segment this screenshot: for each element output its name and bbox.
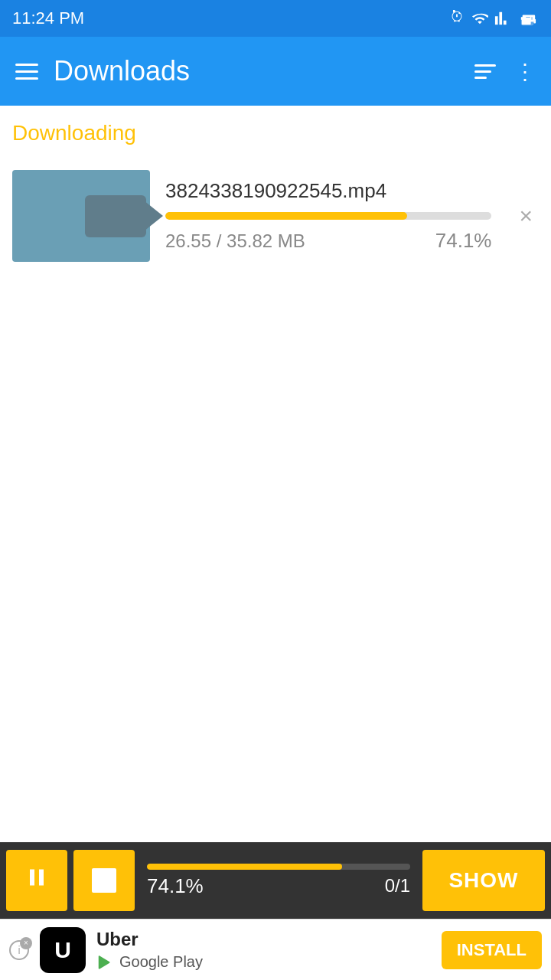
ad-info-icon[interactable]: i ×: [9, 940, 29, 960]
alarm-icon: [448, 10, 465, 27]
show-label: SHOW: [448, 868, 518, 893]
install-button[interactable]: INSTALL: [442, 931, 542, 969]
app-bar-actions: ⋮: [474, 59, 536, 84]
progress-percent: 74.1%: [435, 229, 492, 253]
main-content: Downloading 3824338190922545.mp4 26.55 /…: [0, 106, 551, 842]
bottom-progress-container: 74.1% 0/1: [141, 864, 416, 898]
ad-banner: i × U Uber Google Play INSTALL: [0, 919, 551, 980]
stop-button[interactable]: [73, 850, 135, 911]
pause-icon: [23, 864, 51, 898]
video-thumbnail[interactable]: [12, 170, 150, 262]
page-title: Downloads: [54, 55, 459, 87]
app-bar: Downloads ⋮: [0, 37, 551, 106]
uber-logo: U: [40, 927, 86, 973]
wifi-icon: [471, 10, 488, 27]
file-size-label: 26.55 / 35.82 MB: [165, 230, 305, 252]
ad-app-name: Uber: [96, 929, 431, 950]
bottom-count: 0/1: [385, 875, 410, 897]
stop-icon: [92, 868, 116, 893]
cancel-button[interactable]: ×: [513, 197, 539, 235]
bottom-bar: 74.1% 0/1 SHOW: [0, 842, 551, 919]
svg-rect-1: [522, 18, 531, 24]
download-stats: 26.55 / 35.82 MB 74.1%: [165, 229, 491, 253]
ad-store-row: Google Play: [96, 953, 431, 971]
download-info: 3824338190922545.mp4 26.55 / 35.82 MB 74…: [165, 179, 491, 253]
status-time: 11:24 PM: [12, 8, 84, 28]
download-item: 3824338190922545.mp4 26.55 / 35.82 MB 74…: [12, 164, 539, 268]
google-play-label: Google Play: [119, 953, 203, 971]
show-button[interactable]: SHOW: [422, 850, 545, 911]
ad-text-block: Uber Google Play: [96, 929, 431, 971]
bottom-stats: 74.1% 0/1: [147, 874, 410, 898]
status-bar: 11:24 PM: [0, 0, 551, 37]
progress-bar: [165, 212, 491, 220]
section-header: Downloading: [12, 121, 539, 145]
status-icons: [448, 10, 539, 27]
pause-button[interactable]: [6, 850, 67, 911]
filter-button[interactable]: [474, 64, 496, 79]
google-play-icon: [96, 954, 113, 971]
uber-icon: U: [54, 937, 71, 963]
svg-rect-2: [533, 19, 536, 23]
bottom-progress-bar: [147, 864, 410, 870]
bottom-progress-fill: [147, 864, 342, 870]
bottom-percent: 74.1%: [147, 874, 204, 898]
signal-icon: [494, 10, 511, 27]
progress-bar-fill: [165, 212, 407, 220]
camera-icon: [85, 195, 146, 237]
file-name: 3824338190922545.mp4: [165, 179, 491, 203]
ad-close-button[interactable]: ×: [20, 937, 32, 949]
battery-icon: [517, 10, 539, 27]
more-options-button[interactable]: ⋮: [514, 59, 536, 84]
menu-button[interactable]: [15, 64, 38, 80]
